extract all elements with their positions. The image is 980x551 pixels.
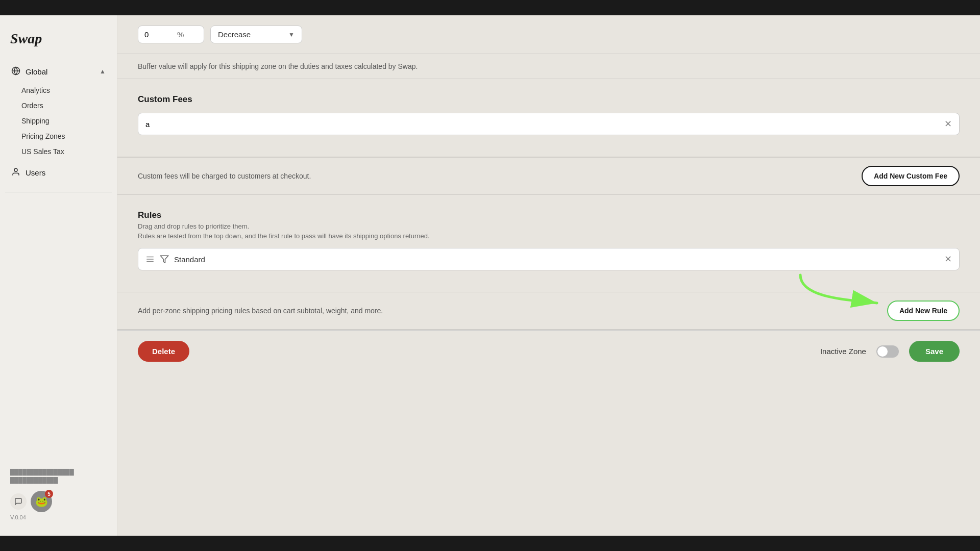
percent-input-wrapper: % bbox=[138, 26, 204, 43]
rule-name: Standard bbox=[174, 255, 939, 264]
notification-badge: 5 bbox=[45, 490, 53, 498]
user-email: ████████████ bbox=[10, 477, 107, 483]
buffer-percent-row: % Decrease ▼ bbox=[117, 15, 980, 54]
nav-section: Global ▲ Analytics Orders Shipping Prici… bbox=[0, 62, 117, 182]
drag-handle-icon[interactable] bbox=[145, 255, 155, 264]
sidebar-item-pricing-zones[interactable]: Pricing Zones bbox=[15, 129, 112, 144]
nav-sub-items: Analytics Orders Shipping Pricing Zones … bbox=[5, 83, 112, 159]
svg-marker-6 bbox=[161, 256, 168, 263]
user-icon bbox=[11, 167, 21, 178]
custom-fee-input[interactable] bbox=[145, 120, 939, 129]
globe-icon bbox=[11, 66, 21, 77]
rules-title: Rules bbox=[138, 210, 960, 220]
app-logo: Swap bbox=[0, 26, 117, 62]
delete-button[interactable]: Delete bbox=[138, 341, 189, 362]
chevron-down-icon: ▼ bbox=[288, 31, 295, 38]
nav-group-global[interactable]: Global ▲ bbox=[5, 62, 112, 81]
main-content: % Decrease ▼ Buffer value will apply for… bbox=[117, 15, 980, 536]
users-label: Users bbox=[26, 168, 45, 177]
percent-input[interactable] bbox=[144, 30, 175, 39]
sidebar-item-users[interactable]: Users bbox=[5, 163, 112, 182]
add-new-custom-fee-button[interactable]: Add New Custom Fee bbox=[862, 166, 960, 186]
chevron-up-icon: ▲ bbox=[100, 68, 106, 75]
add-new-rule-button[interactable]: Add New Rule bbox=[887, 300, 960, 321]
version-label: V.0.04 bbox=[10, 514, 107, 520]
custom-fees-title: Custom Fees bbox=[138, 94, 960, 105]
action-bar: Delete Inactive Zone Save bbox=[117, 330, 980, 372]
buffer-info-banner: Buffer value will apply for this shippin… bbox=[117, 54, 980, 79]
custom-fees-footer-text: Custom fees will be charged to customers… bbox=[138, 172, 311, 180]
inactive-zone-label: Inactive Zone bbox=[820, 347, 866, 356]
rule-clear-button[interactable]: ✕ bbox=[944, 254, 952, 265]
rules-section: Rules Drag and drop rules to prioritize … bbox=[117, 195, 980, 292]
user-name: ████████████████ bbox=[10, 469, 107, 475]
sidebar-actions: 🐸 5 bbox=[10, 491, 107, 512]
custom-fee-row: ✕ bbox=[138, 113, 960, 135]
percent-symbol: % bbox=[177, 30, 184, 39]
filter-icon bbox=[160, 255, 169, 264]
sidebar-divider bbox=[5, 192, 112, 192]
inactive-zone-toggle[interactable] bbox=[876, 345, 899, 358]
rules-subtitle1: Drag and drop rules to prioritize them. bbox=[138, 222, 960, 230]
decrease-text: Decrease bbox=[218, 30, 251, 39]
sidebar-item-orders[interactable]: Orders bbox=[15, 98, 112, 113]
custom-fees-footer: Custom fees will be charged to customers… bbox=[117, 157, 980, 195]
sidebar-item-us-sales-tax[interactable]: US Sales Tax bbox=[15, 144, 112, 159]
sidebar: Swap Global ▲ bbox=[0, 15, 117, 536]
support-button[interactable] bbox=[10, 493, 27, 510]
save-button[interactable]: Save bbox=[909, 341, 960, 362]
rules-footer-text: Add per-zone shipping pricing rules base… bbox=[138, 307, 383, 315]
buffer-info-text: Buffer value will apply for this shippin… bbox=[138, 62, 418, 70]
sidebar-item-shipping[interactable]: Shipping bbox=[15, 113, 112, 129]
decrease-select[interactable]: Decrease ▼ bbox=[210, 26, 302, 43]
rules-footer: Add per-zone shipping pricing rules base… bbox=[117, 292, 980, 330]
custom-fee-clear-button[interactable]: ✕ bbox=[944, 118, 952, 130]
rules-subtitle2: Rules are tested from the top down, and … bbox=[138, 232, 960, 240]
add-rule-btn-wrapper: Add New Rule bbox=[887, 300, 960, 321]
avatar-container: 🐸 5 bbox=[31, 491, 52, 512]
svg-point-2 bbox=[14, 168, 17, 171]
custom-fees-section: Custom Fees ✕ bbox=[117, 79, 980, 157]
nav-global-label: Global bbox=[26, 67, 47, 76]
action-right: Inactive Zone Save bbox=[820, 341, 960, 362]
sidebar-bottom: ████████████████ ████████████ 🐸 5 V.0.04 bbox=[0, 464, 117, 525]
rule-row: Standard ✕ bbox=[138, 248, 960, 270]
sidebar-item-analytics[interactable]: Analytics bbox=[15, 83, 112, 98]
